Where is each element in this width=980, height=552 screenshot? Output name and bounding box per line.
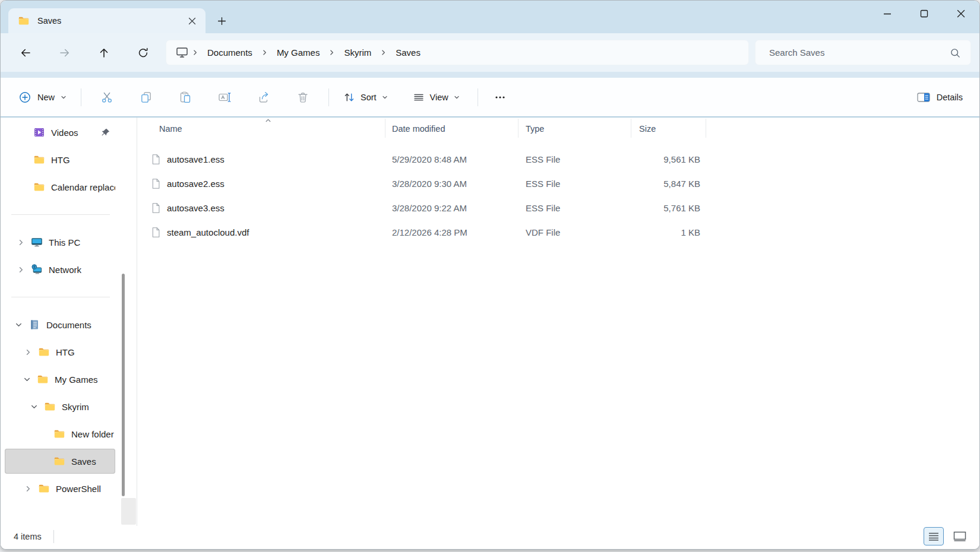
- chevron-down-icon[interactable]: [27, 400, 40, 413]
- sidebar-item-powershell[interactable]: PowerShell: [5, 476, 115, 501]
- sidebar-item-htg[interactable]: HTG: [5, 147, 115, 172]
- chevron-right-icon[interactable]: [14, 263, 27, 276]
- share-button[interactable]: [244, 84, 283, 110]
- item-count: 4 items: [14, 532, 42, 541]
- sort-ascending-icon: [264, 118, 272, 123]
- file-icon: [150, 202, 162, 214]
- chevron-right-icon[interactable]: [21, 482, 34, 495]
- see-more-button[interactable]: [484, 84, 516, 110]
- file-icon: [150, 178, 162, 189]
- delete-button[interactable]: [283, 84, 323, 110]
- sidebar-item-documents[interactable]: Documents: [5, 312, 115, 337]
- details-view-toggle[interactable]: [924, 527, 944, 545]
- tab-saves[interactable]: Saves: [8, 8, 206, 33]
- breadcrumb-item-documents[interactable]: Documents: [200, 45, 260, 61]
- close-button[interactable]: [943, 1, 979, 27]
- folder-icon: [53, 455, 65, 467]
- paste-button[interactable]: [166, 84, 205, 110]
- main-area: VideosHTGCalendar replaceThis PCNetworkD…: [1, 118, 979, 526]
- column-header-label: Size: [639, 124, 656, 134]
- back-button[interactable]: [9, 40, 42, 66]
- cut-icon: [100, 91, 113, 104]
- search-box: [755, 40, 971, 65]
- sidebar-item-this-pc[interactable]: This PC: [5, 230, 115, 255]
- details-pane-label: Details: [937, 93, 963, 102]
- date-modified-cell: 3/28/2020 9:30 AM: [385, 179, 519, 189]
- new-button[interactable]: New: [10, 84, 75, 110]
- chevron-down-icon[interactable]: [20, 373, 33, 386]
- sidebar-item-label: Calendar replace: [51, 182, 115, 192]
- this-pc-monitor-icon[interactable]: [176, 47, 188, 58]
- table-row[interactable]: steam_autocloud.vdf2/12/2026 4:28 PMVDF …: [138, 220, 979, 245]
- file-icon: [150, 154, 162, 165]
- details-pane-button[interactable]: Details: [909, 84, 970, 110]
- column-header-name[interactable]: Name: [138, 118, 385, 140]
- table-row[interactable]: autosave1.ess5/29/2020 8:48 AMESS File9,…: [138, 147, 979, 172]
- breadcrumb: DocumentsMy GamesSkyrimSaves: [166, 40, 749, 65]
- column-header-label: Name: [159, 124, 182, 134]
- size-cell: 5,761 KB: [631, 203, 706, 213]
- sidebar-scrollbar-thumb[interactable]: [122, 274, 125, 496]
- view-toggles: [924, 527, 970, 545]
- breadcrumb-item-saves[interactable]: Saves: [388, 45, 428, 61]
- rename-button[interactable]: [205, 84, 244, 110]
- sidebar-item-htg[interactable]: HTG: [5, 340, 115, 364]
- breadcrumb-chevron-icon[interactable]: [192, 49, 198, 56]
- plus-circle-icon: [18, 91, 31, 104]
- column-header-type[interactable]: Type: [519, 118, 631, 140]
- maximize-button[interactable]: [906, 1, 943, 27]
- cut-button[interactable]: [87, 84, 127, 110]
- column-header-row: NameDate modifiedTypeSize: [138, 118, 979, 140]
- chevron-down-icon[interactable]: [12, 318, 25, 331]
- column-header-date[interactable]: Date modified: [385, 118, 519, 140]
- sidebar-item-saves[interactable]: Saves: [5, 449, 115, 474]
- breadcrumb-item-skyrim[interactable]: Skyrim: [336, 45, 379, 61]
- navigation-bar: DocumentsMy GamesSkyrimSaves: [1, 33, 979, 72]
- large-icons-view-toggle[interactable]: [950, 527, 970, 545]
- forward-button[interactable]: [48, 40, 81, 66]
- minimize-button[interactable]: [869, 1, 906, 27]
- breadcrumb-chevron-icon[interactable]: [380, 49, 387, 56]
- breadcrumb-chevron-icon[interactable]: [261, 49, 268, 56]
- date-modified-cell: 2/12/2026 4:28 PM: [385, 227, 519, 237]
- file-name: autosave2.ess: [167, 179, 225, 189]
- sidebar-item-label: HTG: [51, 155, 70, 165]
- folder-icon: [53, 428, 65, 440]
- sidebar-item-label: Skyrim: [62, 402, 89, 412]
- new-tab-button[interactable]: [213, 12, 230, 30]
- sidebar-scrollbar-track[interactable]: [121, 498, 136, 525]
- sidebar-item-skyrim[interactable]: Skyrim: [5, 394, 115, 419]
- breadcrumb-chevron-icon[interactable]: [328, 49, 335, 56]
- column-header-size[interactable]: Size: [631, 118, 706, 140]
- sidebar-item-calendar-replace[interactable]: Calendar replace: [5, 175, 115, 199]
- file-name-cell: autosave1.ess: [138, 154, 385, 165]
- copy-button[interactable]: [127, 84, 166, 110]
- file-name-cell: autosave2.ess: [138, 178, 385, 189]
- table-row[interactable]: autosave2.ess3/28/2020 9:30 AMESS File5,…: [138, 172, 979, 196]
- chevron-right-icon[interactable]: [14, 236, 27, 249]
- rename-icon: [218, 91, 231, 104]
- sidebar-item-label: This PC: [49, 237, 80, 248]
- file-list-pane: NameDate modifiedTypeSize autosave1.ess5…: [137, 118, 979, 526]
- tab-close-icon[interactable]: [184, 13, 200, 28]
- sort-button[interactable]: Sort: [335, 84, 396, 110]
- view-button[interactable]: View: [404, 84, 468, 110]
- chevron-down-icon: [61, 94, 67, 100]
- sidebar-item-my-games[interactable]: My Games: [5, 367, 115, 392]
- size-cell: 1 KB: [631, 227, 706, 237]
- up-button[interactable]: [87, 40, 121, 66]
- this-pc-icon: [31, 236, 43, 248]
- sidebar-item-new-folder[interactable]: New folder: [5, 421, 115, 446]
- file-name: autosave1.ess: [167, 154, 225, 164]
- refresh-button[interactable]: [127, 40, 160, 66]
- search-input[interactable]: [755, 40, 970, 65]
- chevron-right-icon[interactable]: [21, 345, 34, 359]
- sidebar-item-videos[interactable]: Videos: [5, 120, 115, 145]
- sort-button-label: Sort: [361, 93, 377, 102]
- type-cell: ESS File: [519, 179, 631, 189]
- table-row[interactable]: autosave3.ess3/28/2020 9:22 AMESS File5,…: [138, 196, 979, 220]
- folder-icon: [33, 181, 45, 193]
- column-header-label: Date modified: [392, 124, 445, 134]
- breadcrumb-item-my-games[interactable]: My Games: [269, 45, 328, 61]
- sidebar-item-network[interactable]: Network: [5, 257, 115, 282]
